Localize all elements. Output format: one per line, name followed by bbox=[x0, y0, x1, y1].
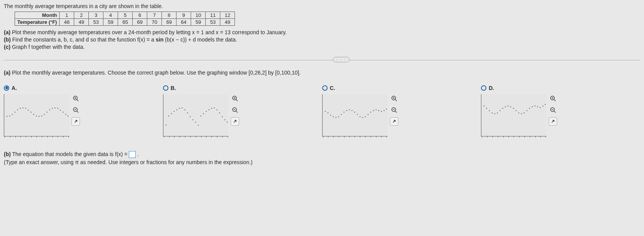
option-a-label: A. bbox=[12, 85, 17, 91]
svg-rect-38 bbox=[184, 109, 185, 110]
svg-rect-47 bbox=[208, 109, 209, 110]
svg-rect-93 bbox=[484, 105, 484, 106]
svg-rect-23 bbox=[68, 115, 68, 116]
zoom-in-icon[interactable] bbox=[72, 94, 80, 103]
svg-rect-114 bbox=[540, 107, 541, 108]
zoom-out-icon[interactable] bbox=[231, 106, 239, 114]
graph-b bbox=[163, 94, 228, 136]
svg-rect-70 bbox=[346, 110, 347, 111]
popout-icon[interactable] bbox=[72, 117, 80, 126]
svg-line-91 bbox=[395, 111, 397, 113]
svg-rect-3 bbox=[15, 111, 15, 112]
svg-rect-14 bbox=[44, 114, 45, 115]
svg-line-118 bbox=[554, 100, 556, 101]
expand-dots-button[interactable]: · · · bbox=[333, 57, 349, 62]
svg-rect-63 bbox=[327, 112, 328, 113]
svg-rect-8 bbox=[28, 110, 29, 110]
svg-rect-109 bbox=[527, 110, 528, 111]
radio-d[interactable] bbox=[481, 85, 486, 91]
option-b[interactable]: B. bbox=[163, 85, 322, 136]
option-d-label: D. bbox=[489, 85, 494, 91]
svg-line-122 bbox=[554, 111, 556, 113]
svg-rect-39 bbox=[187, 112, 188, 113]
svg-rect-107 bbox=[521, 113, 522, 114]
svg-rect-79 bbox=[370, 111, 371, 112]
temp-label: Temperature (°F) bbox=[15, 19, 60, 26]
zoom-out-icon[interactable] bbox=[72, 106, 80, 114]
part-a-question: (a) Plot the monthly average temperature… bbox=[4, 70, 640, 76]
svg-rect-21 bbox=[63, 111, 63, 112]
graph-c bbox=[322, 94, 388, 136]
radio-a[interactable] bbox=[4, 85, 9, 91]
svg-rect-115 bbox=[542, 105, 543, 106]
svg-rect-37 bbox=[181, 107, 182, 108]
svg-rect-111 bbox=[532, 106, 533, 107]
svg-rect-67 bbox=[338, 116, 339, 117]
svg-rect-41 bbox=[192, 119, 193, 120]
part-b-section: (b) The equation that models the given d… bbox=[4, 150, 640, 166]
svg-rect-53 bbox=[225, 119, 225, 120]
svg-rect-104 bbox=[513, 108, 514, 108]
svg-rect-110 bbox=[529, 108, 530, 108]
zoom-in-icon[interactable] bbox=[549, 94, 557, 103]
svg-rect-82 bbox=[378, 110, 379, 111]
graph-a bbox=[4, 94, 69, 136]
month-label: Month bbox=[15, 12, 60, 19]
svg-rect-62 bbox=[324, 111, 325, 111]
temperature-table: Month 1 2 3 4 5 6 7 8 9 10 11 12 Tempera… bbox=[15, 12, 235, 26]
svg-rect-103 bbox=[511, 106, 511, 107]
svg-rect-48 bbox=[211, 108, 212, 108]
popout-icon[interactable] bbox=[549, 117, 557, 126]
svg-rect-94 bbox=[486, 108, 487, 108]
svg-rect-75 bbox=[359, 116, 360, 117]
svg-rect-76 bbox=[362, 117, 363, 118]
svg-rect-31 bbox=[166, 125, 166, 125]
popout-icon[interactable] bbox=[231, 117, 239, 126]
svg-rect-9 bbox=[31, 111, 32, 112]
radio-c[interactable] bbox=[322, 85, 328, 91]
svg-rect-102 bbox=[508, 105, 509, 106]
svg-line-25 bbox=[77, 100, 78, 101]
svg-line-60 bbox=[236, 111, 238, 113]
svg-rect-113 bbox=[537, 106, 538, 107]
option-d[interactable]: D. bbox=[481, 85, 640, 136]
problem-statement: (a) Plot these monthly average temperatu… bbox=[4, 29, 640, 51]
svg-rect-84 bbox=[384, 110, 384, 111]
svg-rect-71 bbox=[349, 109, 349, 110]
svg-rect-15 bbox=[47, 111, 47, 112]
svg-rect-52 bbox=[222, 116, 223, 117]
option-b-label: B. bbox=[171, 85, 176, 91]
popout-icon[interactable] bbox=[390, 117, 398, 126]
zoom-out-icon[interactable] bbox=[390, 106, 398, 114]
svg-rect-32 bbox=[168, 115, 169, 116]
option-a[interactable]: A. bbox=[4, 85, 163, 136]
radio-b[interactable] bbox=[163, 85, 168, 91]
svg-rect-97 bbox=[494, 113, 495, 114]
svg-rect-98 bbox=[497, 112, 498, 113]
zoom-out-icon[interactable] bbox=[549, 106, 557, 114]
svg-rect-73 bbox=[354, 111, 355, 112]
intro-text: The monthly average temperatures in a ci… bbox=[4, 3, 640, 9]
svg-rect-36 bbox=[179, 108, 180, 108]
svg-rect-22 bbox=[65, 114, 66, 115]
svg-rect-34 bbox=[174, 111, 175, 111]
svg-rect-83 bbox=[381, 111, 382, 111]
option-c[interactable]: C. bbox=[322, 85, 481, 136]
svg-rect-20 bbox=[60, 110, 61, 110]
svg-rect-17 bbox=[52, 108, 53, 108]
table-row-temps: Temperature (°F) 48 49 53 59 65 69 70 69… bbox=[15, 19, 235, 26]
zoom-in-icon[interactable] bbox=[231, 94, 239, 103]
svg-rect-68 bbox=[341, 114, 341, 115]
graph-d bbox=[481, 94, 546, 136]
zoom-in-icon[interactable] bbox=[390, 94, 398, 103]
answer-input[interactable] bbox=[129, 151, 136, 158]
svg-rect-74 bbox=[357, 114, 358, 115]
svg-rect-12 bbox=[38, 116, 39, 116]
svg-rect-1 bbox=[9, 115, 10, 116]
section-divider bbox=[4, 60, 640, 60]
svg-rect-33 bbox=[171, 113, 172, 114]
svg-rect-65 bbox=[333, 116, 333, 117]
svg-rect-64 bbox=[330, 115, 331, 115]
option-c-label: C. bbox=[330, 85, 335, 91]
svg-line-56 bbox=[236, 100, 238, 101]
